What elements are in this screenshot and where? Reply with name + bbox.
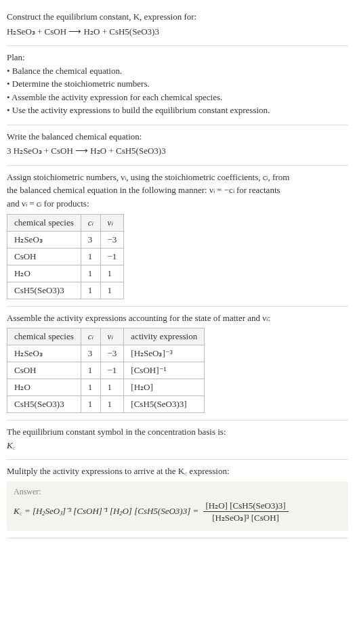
table-row: H₂SeO₃ 3 −3 xyxy=(7,231,124,248)
col-ci: cᵢ xyxy=(81,214,100,231)
col-activity: activity expression xyxy=(124,328,205,345)
plan-bullet-4: • Use the activity expressions to build … xyxy=(7,104,348,116)
cell-species: H₂O xyxy=(7,379,81,396)
cell-species: CsOH xyxy=(7,362,81,379)
cell-ci: 1 xyxy=(81,265,100,282)
section-activity: Assemble the activity expressions accoun… xyxy=(7,307,348,421)
construct-title: Construct the equilibrium constant, K, e… xyxy=(7,11,348,23)
cell-ci: 1 xyxy=(81,396,100,413)
section-kc-symbol: The equilibrium constant symbol in the c… xyxy=(7,421,348,460)
col-species: chemical species xyxy=(7,214,81,231)
activity-intro: Assemble the activity expressions accoun… xyxy=(7,312,348,324)
plan-title: Plan: xyxy=(7,51,348,64)
cell-nui: −3 xyxy=(100,231,124,248)
cell-species: H₂SeO₃ xyxy=(7,345,81,362)
col-nui: νᵢ xyxy=(100,328,124,345)
kc-fraction-den: [H₂SeO₃]³ [CsOH] xyxy=(203,512,289,524)
table-row: CsH5(SeO3)3 1 1 [CsH5(SeO3)3] xyxy=(7,396,205,413)
construct-equation: H₂SeO₃ + CsOH ⟶ H₂O + CsH5(SeO3)3 xyxy=(7,26,348,38)
kc-fraction-num: [H₂O] [CsH5(SeO3)3] xyxy=(203,500,289,513)
kc-lhs: K꜀ = [H₂SeO₃]⁻³ [CsOH]⁻¹ [H₂O] [CsH5(SeO… xyxy=(14,506,201,516)
kc-fraction: [H₂O] [CsH5(SeO3)3] [H₂SeO₃]³ [CsOH] xyxy=(203,500,289,524)
plan-bullet-1: • Balance the chemical equation. xyxy=(7,65,348,77)
table-row: H₂O 1 1 xyxy=(7,265,124,282)
balanced-title: Write the balanced chemical equation: xyxy=(7,131,348,143)
section-balanced: Write the balanced chemical equation: 3 … xyxy=(7,125,348,166)
stoich-table: chemical species cᵢ νᵢ H₂SeO₃ 3 −3 CsOH … xyxy=(7,214,124,299)
cell-activity: [H₂SeO₃]⁻³ xyxy=(124,345,205,362)
cell-species: CsH5(SeO3)3 xyxy=(7,396,81,413)
table-row: CsOH 1 −1 xyxy=(7,248,124,265)
stoich-intro-2: the balanced chemical equation in the fo… xyxy=(7,184,348,196)
cell-species: H₂O xyxy=(7,265,81,282)
activity-table: chemical species cᵢ νᵢ activity expressi… xyxy=(7,328,205,413)
section-construct: Construct the equilibrium constant, K, e… xyxy=(7,5,348,46)
cell-nui: 1 xyxy=(100,396,124,413)
cell-activity: [CsH5(SeO3)3] xyxy=(124,396,205,413)
cell-ci: 1 xyxy=(81,362,100,379)
multiply-title: Mulitply the activity expressions to arr… xyxy=(7,465,348,477)
cell-nui: −3 xyxy=(100,345,124,362)
cell-nui: −1 xyxy=(100,248,124,265)
cell-nui: −1 xyxy=(100,362,124,379)
cell-ci: 1 xyxy=(81,248,100,265)
section-stoich: Assign stoichiometric numbers, νᵢ, using… xyxy=(7,166,348,307)
table-row: H₂SeO₃ 3 −3 [H₂SeO₃]⁻³ xyxy=(7,345,205,362)
kc-expression: K꜀ = [H₂SeO₃]⁻³ [CsOH]⁻¹ [H₂O] [CsH5(SeO… xyxy=(14,500,341,524)
cell-species: H₂SeO₃ xyxy=(7,231,81,248)
plan-bullet-2: • Determine the stoichiometric numbers. xyxy=(7,78,348,90)
cell-nui: 1 xyxy=(100,282,124,299)
col-ci: cᵢ xyxy=(81,328,100,345)
table-header-row: chemical species cᵢ νᵢ xyxy=(7,214,124,231)
answer-box: Answer: K꜀ = [H₂SeO₃]⁻³ [CsOH]⁻¹ [H₂O] [… xyxy=(7,481,348,531)
table-header-row: chemical species cᵢ νᵢ activity expressi… xyxy=(7,328,205,345)
cell-ci: 3 xyxy=(81,231,100,248)
answer-label: Answer: xyxy=(14,487,341,497)
kc-text: The equilibrium constant symbol in the c… xyxy=(7,426,348,438)
kc-symbol: K꜀ xyxy=(7,439,348,452)
cell-ci: 1 xyxy=(81,379,100,396)
cell-species: CsH5(SeO3)3 xyxy=(7,282,81,299)
cell-ci: 1 xyxy=(81,282,100,299)
cell-activity: [CsOH]⁻¹ xyxy=(124,362,205,379)
cell-nui: 1 xyxy=(100,379,124,396)
cell-activity: [H₂O] xyxy=(124,379,205,396)
plan-bullet-3: • Assemble the activity expression for e… xyxy=(7,91,348,104)
section-multiply: Mulitply the activity expressions to arr… xyxy=(7,460,348,538)
col-nui: νᵢ xyxy=(100,214,124,231)
cell-nui: 1 xyxy=(100,265,124,282)
cell-ci: 3 xyxy=(81,345,100,362)
col-species: chemical species xyxy=(7,328,81,345)
table-row: CsH5(SeO3)3 1 1 xyxy=(7,282,124,299)
stoich-intro-1: Assign stoichiometric numbers, νᵢ, using… xyxy=(7,171,348,184)
cell-species: CsOH xyxy=(7,248,81,265)
table-row: CsOH 1 −1 [CsOH]⁻¹ xyxy=(7,362,205,379)
section-plan: Plan: • Balance the chemical equation. •… xyxy=(7,46,348,125)
balanced-equation: 3 H₂SeO₃ + CsOH ⟶ H₂O + CsH5(SeO3)3 xyxy=(7,145,348,157)
table-row: H₂O 1 1 [H₂O] xyxy=(7,379,205,396)
stoich-intro-3: and νᵢ = cᵢ for products: xyxy=(7,198,348,210)
